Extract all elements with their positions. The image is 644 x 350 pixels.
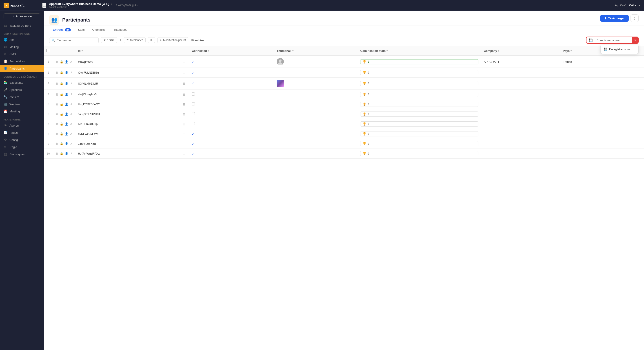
sidebar-item-apercu[interactable]: 👁 Aperçu — [0, 122, 44, 129]
sidebar-item-webinar[interactable]: 📹 Webinar — [0, 101, 44, 108]
download-button[interactable]: ⬇ Télécharger — [600, 15, 629, 22]
history-icon[interactable]: ↺ — [70, 152, 72, 155]
sidebar-item-meeting[interactable]: 📅 Meeting — [0, 108, 44, 115]
id-sort-icon[interactable]: ▾ — [82, 50, 83, 52]
user-icon[interactable]: 👤 — [65, 71, 68, 74]
row-grid-icon[interactable]: ⊞ — [180, 149, 189, 159]
grid-view-icon[interactable]: ⊞ — [183, 122, 186, 126]
lock-icon[interactable]: 🔒 — [60, 142, 63, 145]
delete-icon[interactable]: 🗑 — [56, 103, 58, 106]
menu-toggle-button[interactable]: ☰ — [42, 3, 46, 8]
row-grid-icon[interactable]: ⊞ — [180, 139, 189, 149]
history-icon[interactable]: ↺ — [70, 71, 72, 74]
sidebar-item-formulaires[interactable]: 📋 Formulaires — [0, 58, 44, 65]
user-icon[interactable]: 👤 — [65, 60, 68, 63]
bulk-edit-button[interactable]: ✏ Modification par lot — [157, 37, 188, 43]
delete-icon[interactable]: 🗑 — [56, 93, 58, 96]
lock-icon[interactable]: 🔒 — [60, 103, 63, 106]
row-grid-icon[interactable]: ⊞ — [180, 99, 189, 109]
user-icon[interactable]: 👤 — [65, 82, 68, 85]
lock-icon[interactable]: 🔒 — [60, 122, 63, 126]
sidebar-item-statistiques[interactable]: ▦ Statistiques — [0, 151, 44, 158]
grid-view-icon[interactable]: ⊞ — [183, 112, 186, 116]
delete-icon[interactable]: 🗑 — [56, 132, 58, 136]
delete-icon[interactable]: 🗑 — [56, 122, 58, 126]
row-grid-icon[interactable]: ⊞ — [180, 68, 189, 78]
sidebar-item-config[interactable]: ⚙ Config — [0, 136, 44, 143]
lock-icon[interactable]: 🔒 — [60, 112, 63, 116]
gamification-sort-icon[interactable]: ▾ — [386, 50, 388, 52]
history-icon[interactable]: ↺ — [70, 142, 72, 145]
sidebar-item-participants[interactable]: 👤 Participants — [0, 65, 44, 72]
user-icon[interactable]: 👤 — [65, 142, 68, 145]
user-icon[interactable]: 👤 — [65, 93, 68, 96]
grid-view-icon[interactable]: ⊞ — [183, 71, 186, 74]
row-grid-icon[interactable]: ⊞ — [180, 129, 189, 139]
sidebar-item-exposants[interactable]: 🏪 Exposants — [0, 79, 44, 86]
grid-view-icon[interactable]: ⊞ — [183, 142, 186, 146]
grid-view-icon[interactable]: ⊞ — [183, 93, 186, 96]
company-sort-icon[interactable]: ▾ — [498, 50, 499, 52]
history-icon[interactable]: ↺ — [70, 112, 72, 116]
history-icon[interactable]: ↺ — [70, 93, 72, 96]
pays-sort-icon[interactable]: ▾ — [570, 50, 572, 52]
row-grid-icon[interactable]: ⊞ — [180, 78, 189, 90]
lock-icon[interactable]: 🔒 — [60, 132, 63, 136]
grid-view-icon[interactable]: ⊞ — [183, 103, 186, 106]
save-view-chevron-button[interactable]: ▾ — [632, 37, 638, 43]
user-dropdown-icon[interactable]: ▾ — [639, 3, 640, 7]
user-icon[interactable]: 👤 — [65, 122, 68, 126]
history-icon[interactable]: ↺ — [70, 103, 72, 106]
tab-historiques[interactable]: Historiques — [109, 26, 131, 34]
thumbnail-sort-icon[interactable]: ▾ — [292, 50, 294, 52]
search-box[interactable]: 🔍 — [49, 37, 99, 43]
lock-icon[interactable]: 🔒 — [60, 152, 63, 155]
search-input[interactable] — [57, 39, 96, 42]
history-icon[interactable]: ↺ — [70, 82, 72, 85]
filter-button[interactable]: ▼ 1 filtre — [101, 37, 117, 43]
delete-icon[interactable]: 🗑 — [56, 152, 58, 155]
project-dropdown-icon[interactable]: ▾ — [111, 2, 112, 5]
row-grid-icon[interactable]: ⊞ — [180, 119, 189, 129]
tab-anomalies[interactable]: Anomalies — [88, 26, 109, 34]
select-all-checkbox[interactable] — [46, 49, 50, 52]
history-icon[interactable]: ↺ — [70, 132, 72, 136]
delete-icon[interactable]: 🗑 — [56, 112, 58, 116]
bulk-icon-button[interactable]: ⊞ — [148, 37, 155, 43]
user-icon[interactable]: 👤 — [65, 152, 68, 155]
history-icon[interactable]: ↺ — [70, 60, 72, 63]
access-site-button[interactable]: ↗ Accès au site — [4, 13, 40, 19]
tab-stats[interactable]: Stats — [74, 26, 88, 34]
connected-sort-icon[interactable]: ▾ — [208, 50, 209, 52]
delete-icon[interactable]: 🗑 — [56, 60, 58, 63]
lock-icon[interactable]: 🔒 — [60, 71, 63, 74]
sidebar-item-sms[interactable]: ✏ SMS — [0, 50, 44, 58]
lock-icon[interactable]: 🔒 — [60, 82, 63, 85]
save-as-menu-item[interactable]: 💾 Enregistrer sous... — [601, 46, 638, 53]
row-grid-icon[interactable]: ⊞ — [180, 90, 189, 99]
grid-view-icon[interactable]: ⊞ — [183, 82, 186, 85]
user-icon[interactable]: 👤 — [65, 103, 68, 106]
user-icon[interactable]: 👤 — [65, 132, 68, 136]
add-filter-button[interactable]: + — [119, 38, 122, 43]
delete-icon[interactable]: 🗑 — [56, 71, 58, 74]
grid-view-icon[interactable]: ⊞ — [183, 132, 186, 136]
sidebar-item-ateliers[interactable]: 🔧 Ateliers — [0, 93, 44, 101]
sidebar-item-site[interactable]: 🌐 Site — [0, 36, 44, 43]
lock-icon[interactable]: 🔒 — [60, 60, 63, 63]
columns-button[interactable]: 👁 8 colonnes — [124, 37, 146, 43]
more-options-button[interactable]: ⋮ — [630, 14, 638, 22]
grid-view-icon[interactable]: ⊞ — [183, 60, 186, 63]
delete-icon[interactable]: 🗑 — [56, 142, 58, 145]
sidebar-item-regie[interactable]: ✏ Régie — [0, 143, 44, 151]
delete-icon[interactable]: 🗑 — [56, 82, 58, 85]
history-icon[interactable]: ↺ — [70, 122, 72, 126]
sidebar-item-speakers[interactable]: 🎤 Speakers — [0, 86, 44, 93]
lock-icon[interactable]: 🔒 — [60, 93, 63, 96]
tab-entrees[interactable]: Entrées 84 — [49, 26, 74, 34]
row-grid-icon[interactable]: ⊞ — [180, 56, 189, 68]
row-grid-icon[interactable]: ⊞ — [180, 109, 189, 119]
sidebar-item-mailing[interactable]: ✉ Mailing — [0, 43, 44, 50]
user-icon[interactable]: 👤 — [65, 112, 68, 116]
grid-view-icon[interactable]: ⊞ — [183, 152, 186, 156]
